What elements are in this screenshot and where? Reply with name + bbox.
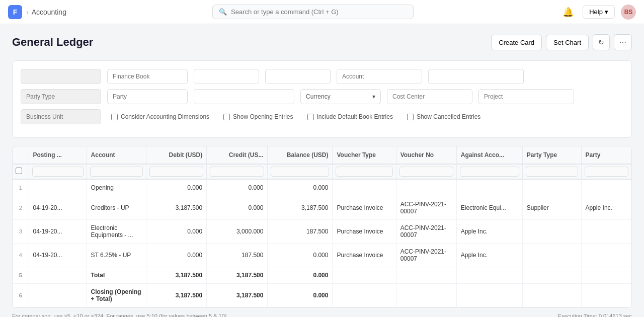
company-filter[interactable]: Unico Plastics Inc.	[21, 69, 101, 84]
table-card: Posting ... Account Debit (USD) Credit (…	[12, 146, 632, 308]
party-col-filter[interactable]	[585, 167, 628, 177]
app-icon[interactable]: F	[8, 5, 22, 19]
search-container: 🔍	[212, 5, 414, 19]
filter-cell-check	[13, 164, 29, 179]
balance-col-filter[interactable]	[271, 167, 329, 177]
to-date-filter[interactable]: 04-19-2021	[265, 69, 331, 84]
voucher-no-filter[interactable]: ACC-PINV-2021-00007	[428, 69, 524, 84]
finance-book-filter[interactable]	[107, 69, 188, 84]
filter-cell-voucher-type	[333, 164, 396, 179]
table-row[interactable]: 304-19-20...Electronic Equipments - ...0…	[13, 220, 631, 244]
cell-party-type	[522, 244, 581, 267]
col-header-party[interactable]: Party	[581, 146, 631, 164]
filter-row-3: Consider Accounting Dimensions Show Open…	[21, 109, 623, 124]
search-icon: 🔍	[219, 8, 227, 16]
col-header-row-num	[13, 146, 29, 164]
table-row[interactable]: 5Total3,187.5003,187.5000.000	[13, 267, 631, 284]
consider-accounting-dimensions-checkbox[interactable]	[111, 114, 118, 120]
col-header-party-type[interactable]: Party Type	[522, 146, 581, 164]
table-row[interactable]: 1Opening0.0000.0000.000	[13, 179, 631, 196]
currency-filter[interactable]: Currency ▾	[300, 89, 381, 104]
col-header-voucher-no[interactable]: Voucher No	[396, 146, 456, 164]
cell-debit: 3,187.500	[146, 267, 206, 284]
table-row[interactable]: 404-19-20...ST 6.25% - UP0.000187.5000.0…	[13, 244, 631, 267]
cell-party	[581, 179, 631, 196]
cell-party	[581, 267, 631, 284]
col-header-balance[interactable]: Balance (USD)	[268, 146, 333, 164]
consider-accounting-dimensions-text: Consider Accounting Dimensions	[121, 113, 209, 120]
cell-against-account: Apple Inc.	[456, 220, 522, 244]
cell-row-num: 5	[13, 267, 29, 284]
cell-debit: 3,187.500	[146, 284, 206, 307]
help-button[interactable]: Help ▾	[583, 5, 615, 19]
debit-col-filter[interactable]	[149, 167, 203, 177]
more-options-button[interactable]: ⋯	[614, 34, 632, 50]
credit-col-filter[interactable]	[210, 167, 264, 177]
col-header-debit[interactable]: Debit (USD)	[146, 146, 206, 164]
select-all-checkbox[interactable]	[16, 168, 22, 174]
project-filter[interactable]	[478, 89, 574, 104]
cell-balance: 0.000	[268, 284, 333, 307]
business-unit-filter[interactable]	[21, 109, 101, 124]
consider-accounting-dimensions-label[interactable]: Consider Accounting Dimensions	[111, 113, 209, 120]
table-row[interactable]: 204-19-20...Creditors - UP3,187.5000.000…	[13, 196, 631, 220]
show-opening-entries-label[interactable]: Show Opening Entries	[223, 113, 293, 120]
refresh-button[interactable]: ↻	[593, 34, 610, 50]
cell-row-num: 2	[13, 196, 29, 220]
party-type-col-filter[interactable]	[526, 167, 578, 177]
col-header-account[interactable]: Account	[87, 146, 146, 164]
show-cancelled-entries-label[interactable]: Show Cancelled Entries	[407, 113, 480, 120]
cell-credit: 3,187.500	[207, 267, 268, 284]
cell-account: Closing (Opening + Total)	[87, 284, 146, 307]
show-opening-entries-checkbox[interactable]	[223, 114, 230, 120]
group-by-filter[interactable]: Group by Voucher (Consol	[194, 89, 294, 104]
cell-posting-date: 04-19-20...	[29, 220, 87, 244]
create-card-button[interactable]: Create Card	[491, 35, 542, 50]
col-header-credit[interactable]: Credit (US...	[207, 146, 268, 164]
cell-row-num: 4	[13, 244, 29, 267]
posting-date-col-filter[interactable]	[32, 167, 84, 177]
breadcrumb-sep: ›	[26, 8, 29, 16]
account-filter[interactable]	[337, 69, 422, 84]
from-date-filter[interactable]: 04-19-2021	[194, 69, 259, 84]
cell-against-account: Apple Inc.	[456, 244, 522, 267]
cell-posting-date: 04-19-20...	[29, 244, 87, 267]
table-header-row: Posting ... Account Debit (USD) Credit (…	[13, 146, 631, 164]
page-title: General Ledger	[12, 36, 93, 49]
include-default-book-entries-label[interactable]: Include Default Book Entries	[307, 113, 393, 120]
cell-party-type	[522, 220, 581, 244]
cell-voucher-no: ACC-PINV-2021-00007	[396, 220, 456, 244]
filter-cell-posting-date	[29, 164, 87, 179]
cost-center-filter[interactable]	[387, 89, 472, 104]
include-default-book-entries-checkbox[interactable]	[307, 114, 314, 120]
search-input[interactable]	[231, 8, 407, 16]
search-box[interactable]: 🔍	[212, 5, 414, 19]
party-type-filter[interactable]	[21, 89, 101, 104]
col-header-posting-date[interactable]: Posting ...	[29, 146, 87, 164]
notification-button[interactable]: 🔔	[559, 4, 577, 21]
cell-balance: 3,187.500	[268, 196, 333, 220]
cell-party-type: Supplier	[522, 196, 581, 220]
col-header-against-account[interactable]: Against Acco...	[456, 146, 522, 164]
cell-voucher-type	[333, 179, 396, 196]
show-cancelled-entries-text: Show Cancelled Entries	[417, 113, 480, 120]
show-cancelled-entries-checkbox[interactable]	[407, 114, 414, 120]
cell-credit: 3,187.500	[207, 284, 268, 307]
avatar[interactable]: BS	[621, 5, 636, 20]
table-row[interactable]: 6Closing (Opening + Total)3,187.5003,187…	[13, 284, 631, 307]
cell-credit: 3,000.000	[207, 220, 268, 244]
breadcrumb-accounting[interactable]: Accounting	[32, 8, 66, 16]
cell-debit: 3,187.500	[146, 196, 206, 220]
general-ledger-table: Posting ... Account Debit (USD) Credit (…	[13, 146, 631, 307]
col-header-voucher-type[interactable]: Voucher Type	[333, 146, 396, 164]
page-content: General Ledger Create Card Set Chart ↻ ⋯…	[0, 24, 644, 317]
voucher-no-col-filter[interactable]	[399, 167, 453, 177]
filter-cell-party	[581, 164, 631, 179]
party-filter[interactable]	[107, 89, 188, 104]
against-account-col-filter[interactable]	[460, 167, 519, 177]
cell-account: Total	[87, 267, 146, 284]
cell-balance: 0.000	[268, 244, 333, 267]
set-chart-button[interactable]: Set Chart	[546, 35, 589, 50]
account-col-filter[interactable]	[90, 167, 143, 177]
voucher-type-col-filter[interactable]	[336, 167, 392, 177]
